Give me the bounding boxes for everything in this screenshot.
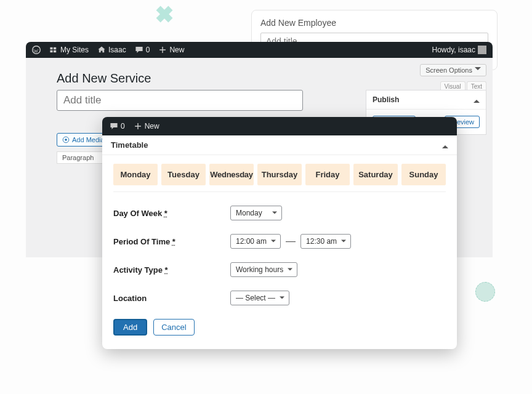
- tab-tuesday[interactable]: Tuesday: [161, 164, 206, 185]
- time-to-select[interactable]: 12:30 am: [300, 234, 351, 249]
- tab-wednesday[interactable]: Wednesday: [209, 164, 254, 185]
- site-name-label: Isaac: [108, 46, 126, 54]
- svg-point-0: [33, 46, 41, 54]
- time-from-select[interactable]: 12:00 am: [230, 234, 281, 249]
- site-link[interactable]: Isaac: [97, 46, 126, 54]
- tab-monday[interactable]: Monday: [113, 164, 158, 185]
- chevron-down-icon: [475, 67, 481, 73]
- wp-logo-icon[interactable]: [32, 46, 41, 54]
- timetable-adminbar: 0 New: [102, 117, 457, 135]
- my-sites-link[interactable]: My Sites: [49, 46, 89, 54]
- day-of-week-select[interactable]: Monday: [230, 206, 282, 220]
- day-of-week-label: Day Of Week *: [113, 209, 230, 218]
- tab-sunday[interactable]: Sunday: [401, 164, 446, 185]
- service-title-input[interactable]: Add title: [57, 90, 303, 111]
- publish-heading: Publish: [373, 95, 399, 104]
- svg-rect-2: [54, 47, 56, 50]
- page-title: Add New Service: [57, 71, 151, 86]
- time-dash: —: [286, 236, 296, 247]
- tt-new-label: New: [145, 122, 159, 131]
- svg-rect-1: [50, 47, 52, 50]
- wp-adminbar: My Sites Isaac 0 New Howdy, isaac: [26, 42, 493, 58]
- tab-thursday[interactable]: Thursday: [257, 164, 302, 185]
- paragraph-select[interactable]: Paragraph: [57, 151, 107, 164]
- add-media-label: Add Media: [72, 136, 105, 143]
- add-button[interactable]: Add: [113, 319, 147, 336]
- location-label: Location: [113, 294, 230, 303]
- collapse-icon[interactable]: [474, 97, 480, 103]
- add-employee-heading: Add New Employee: [260, 18, 488, 28]
- svg-rect-4: [54, 50, 56, 53]
- cancel-button[interactable]: Cancel: [153, 319, 194, 336]
- tt-comments-link[interactable]: 0: [110, 122, 125, 131]
- tt-comments-count: 0: [121, 122, 125, 131]
- decorative-cross-icon: [155, 5, 174, 23]
- my-sites-label: My Sites: [60, 46, 89, 54]
- timetable-collapse-icon[interactable]: [442, 142, 448, 148]
- svg-point-16: [65, 139, 67, 141]
- day-tabs: Monday Tuesday Wednesday Thursday Friday…: [113, 164, 446, 192]
- service-title-placeholder: Add title: [63, 94, 101, 107]
- tab-friday[interactable]: Friday: [305, 164, 350, 185]
- activity-select[interactable]: Working hours: [230, 262, 297, 277]
- new-link[interactable]: New: [158, 46, 184, 54]
- paragraph-label: Paragraph: [62, 154, 94, 161]
- comments-link[interactable]: 0: [135, 46, 150, 54]
- avatar-icon: [478, 46, 486, 54]
- decorative-dot-icon: [475, 282, 495, 302]
- screen-options-button[interactable]: Screen Options: [420, 64, 486, 76]
- location-select[interactable]: — Select —: [230, 291, 289, 305]
- timetable-heading: Timetable: [111, 140, 148, 150]
- howdy-label: Howdy, isaac: [432, 46, 475, 54]
- timetable-modal: 0 New Timetable Monday Tuesday Wednesday…: [102, 117, 457, 349]
- period-label: Period Of Time *: [113, 237, 230, 246]
- media-plus-icon: [62, 136, 70, 143]
- activity-label: Activity Type *: [113, 265, 230, 275]
- comments-count: 0: [146, 46, 150, 54]
- screen-options-label: Screen Options: [425, 66, 472, 74]
- howdy-user[interactable]: Howdy, isaac: [432, 46, 486, 54]
- svg-rect-3: [50, 50, 52, 53]
- tt-new-link[interactable]: New: [134, 122, 159, 131]
- tab-saturday[interactable]: Saturday: [353, 164, 398, 185]
- new-label: New: [169, 46, 184, 54]
